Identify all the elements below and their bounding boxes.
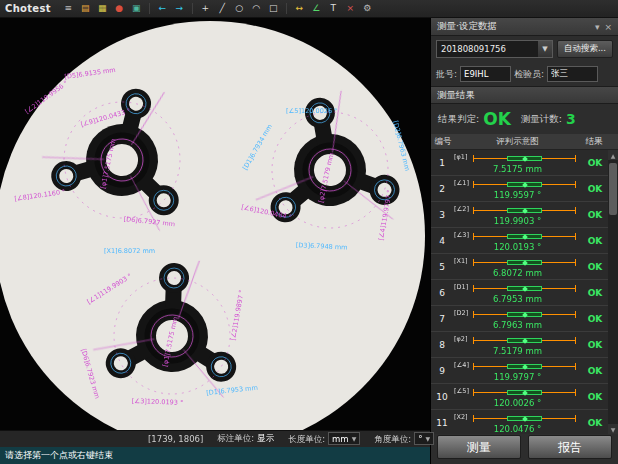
chevron-down-icon[interactable]: ▼: [538, 41, 552, 57]
measurement-canvas[interactable]: [D5]6.9135 mm [∠2]119.9956 ° [∠9]120.043…: [0, 18, 430, 430]
row-label: [∠5]: [454, 387, 469, 395]
header-num: 编号: [431, 136, 455, 148]
distance-tool-icon[interactable]: ↔: [292, 2, 307, 16]
open-folder-icon[interactable]: ▤: [78, 2, 93, 16]
tolerance-gauge: [473, 206, 576, 215]
length-unit-group: 长度单位:mm▼: [288, 432, 360, 446]
row-gauge-area: [∠5] 120.0026 °: [453, 384, 582, 409]
count-label: 测量计数:: [521, 113, 562, 126]
row-number: 3: [431, 202, 453, 227]
angle-unit-select[interactable]: °▼: [414, 432, 434, 445]
result-summary-row: 结果判定: OK 测量计数: 3: [431, 104, 618, 134]
angle-tool-icon[interactable]: ∠: [309, 2, 324, 16]
header-gauge: 评判示意图: [455, 136, 580, 148]
row-value: 6.7953 mm: [453, 294, 582, 304]
row-gauge-area: [∠1] 119.9597 °: [453, 176, 582, 201]
table-header: 编号 评判示意图 结果: [431, 134, 618, 150]
row-label: [D1]: [454, 283, 468, 291]
dataset-dropdown[interactable]: 201808091756 ▼: [436, 40, 553, 58]
tolerance-gauge: [473, 414, 576, 423]
annotation-unit-value: 显示: [257, 433, 274, 443]
row-value: 119.9797 °: [453, 372, 582, 382]
text-tool-icon[interactable]: T: [326, 2, 341, 16]
inspector-input[interactable]: [547, 66, 598, 82]
panel-title-bar: 测量·设定数据 ▾ ×: [431, 18, 618, 36]
gallery-icon[interactable]: ▣: [129, 2, 144, 16]
table-row[interactable]: 11 [X2] 120.0476 ° OK: [431, 410, 608, 434]
erase-tool-icon[interactable]: ×: [343, 2, 358, 16]
scrollbar[interactable]: ▲ ▼: [608, 150, 618, 434]
point-tool-icon[interactable]: +: [198, 2, 213, 16]
measurement-panel: 测量·设定数据 ▾ × 201808091756 ▼ 自动搜索... 批号: 检…: [430, 18, 618, 464]
tolerance-gauge: [473, 258, 576, 267]
tolerance-gauge: [473, 362, 576, 371]
undo-icon[interactable]: ←: [155, 2, 170, 16]
arc-tool-icon[interactable]: ◠: [249, 2, 264, 16]
row-number: 10: [431, 384, 453, 409]
row-label: [D2]: [454, 309, 468, 317]
rect-tool-icon[interactable]: □: [266, 2, 281, 16]
row-label: [X2]: [454, 413, 468, 421]
results-title: 测量结果: [437, 89, 475, 102]
row-label: [∠3]: [454, 231, 469, 239]
row-gauge-area: [∠4] 119.9797 °: [453, 358, 582, 383]
row-number: 8: [431, 332, 453, 357]
table-row[interactable]: 6 [D1] 6.7953 mm OK: [431, 280, 608, 306]
camera-icon[interactable]: ●: [112, 2, 127, 16]
annotation-unit-group: 标注单位:显示: [217, 433, 274, 445]
measure-button[interactable]: 测量: [437, 435, 521, 459]
toolbar-divider: [149, 3, 150, 14]
report-button[interactable]: 报告: [528, 435, 612, 459]
table-row[interactable]: 10 [∠5] 120.0026 ° OK: [431, 384, 608, 410]
circle-tool-icon[interactable]: ○: [232, 2, 247, 16]
scroll-down-icon[interactable]: ▼: [608, 424, 618, 434]
close-icon[interactable]: ×: [604, 22, 612, 32]
table-row[interactable]: 7 [D2] 6.7963 mm OK: [431, 306, 608, 332]
row-result: OK: [582, 254, 608, 279]
app-logo: Chotest: [5, 3, 51, 14]
dimension-label: [∠5]120.0026 °: [286, 108, 337, 115]
row-label: [∠2]: [454, 205, 469, 213]
menu-icon[interactable]: ≡: [61, 2, 76, 16]
table-row[interactable]: 3 [∠2] 119.9903 ° OK: [431, 202, 608, 228]
unit-status-bar: [1739, 1806] 标注单位:显示 长度单位:mm▼ 角度单位:°▼: [0, 430, 430, 447]
table-row[interactable]: 2 [∠1] 119.9597 ° OK: [431, 176, 608, 202]
row-result: OK: [582, 280, 608, 305]
settings-icon[interactable]: ⚙: [360, 2, 375, 16]
panel-buttons: 测量 报告: [431, 434, 618, 464]
tolerance-gauge: [473, 388, 576, 397]
length-unit-select[interactable]: mm▼: [328, 432, 360, 445]
toolbar-divider: [286, 3, 287, 14]
row-value: 6.7963 mm: [453, 320, 582, 330]
row-number: 5: [431, 254, 453, 279]
dimension-label: [X1]6.8072 mm: [104, 248, 155, 255]
table-row[interactable]: 1 [φ1] 7.5175 mm OK: [431, 150, 608, 176]
row-label: [φ2]: [454, 335, 468, 343]
row-value: 119.9597 °: [453, 190, 582, 200]
length-unit-label: 长度单位:: [288, 434, 325, 444]
table-row[interactable]: 5 [X1] 6.8072 mm OK: [431, 254, 608, 280]
batch-row: 批号: 检验员:: [431, 62, 618, 86]
app-window: Chotest ≡ ▤ ▦ ● ▣ ← → + ╱ ○ ◠ □ ↔ ∠ T × …: [0, 0, 618, 464]
angle-unit-label: 角度单位:: [374, 434, 411, 444]
collapse-icon[interactable]: ▾: [595, 22, 600, 32]
panel-title: 测量·设定数据: [437, 20, 497, 33]
row-result: OK: [582, 176, 608, 201]
batch-input[interactable]: [460, 66, 511, 82]
row-label: [∠4]: [454, 361, 469, 369]
table-row[interactable]: 8 [φ2] 7.5179 mm OK: [431, 332, 608, 358]
scroll-up-icon[interactable]: ▲: [608, 150, 618, 160]
auto-search-button[interactable]: 自动搜索...: [557, 40, 613, 58]
save-icon[interactable]: ▦: [95, 2, 110, 16]
row-number: 2: [431, 176, 453, 201]
scrollbar-thumb[interactable]: [609, 163, 617, 215]
row-result: OK: [582, 228, 608, 253]
row-number: 11: [431, 410, 453, 434]
table-row[interactable]: 4 [∠3] 120.0193 ° OK: [431, 228, 608, 254]
redo-icon[interactable]: →: [172, 2, 187, 16]
row-value: 120.0193 °: [453, 242, 582, 252]
table-row[interactable]: 9 [∠4] 119.9797 ° OK: [431, 358, 608, 384]
line-tool-icon[interactable]: ╱: [215, 2, 230, 16]
row-result: OK: [582, 306, 608, 331]
row-value: 7.5179 mm: [453, 346, 582, 356]
